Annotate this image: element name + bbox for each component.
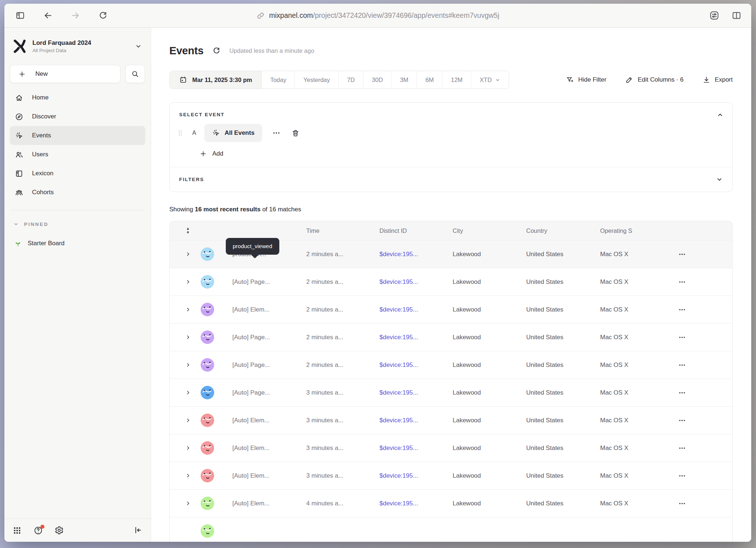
preset-7d[interactable]: 7D <box>338 71 363 89</box>
distinct-id-link[interactable]: $device:195... <box>379 334 453 341</box>
event-selector-pill[interactable]: All Events <box>204 124 262 142</box>
pinned-section-header[interactable]: PINNED <box>4 210 151 227</box>
preset-3m[interactable]: 3M <box>391 71 417 89</box>
expand-row-chevron-icon[interactable] <box>179 334 197 340</box>
expand-row-chevron-icon[interactable] <box>179 501 197 506</box>
preset-yesterday[interactable]: Yesterday <box>295 71 338 89</box>
column-header-country[interactable]: Country <box>526 227 600 234</box>
distinct-id-link[interactable]: $device:195... <box>379 500 453 507</box>
settings-gear-icon[interactable] <box>55 526 64 535</box>
filters-section-header[interactable]: FILTERS <box>170 167 732 192</box>
expand-row-chevron-icon[interactable] <box>179 445 197 451</box>
edit-columns-button[interactable]: Edit Columns · 6 <box>625 76 684 84</box>
project-switcher[interactable]: Lord Farquaad 2024 All Project Data <box>4 28 151 54</box>
expand-row-chevron-icon[interactable] <box>179 418 197 423</box>
sidebar: Lord Farquaad 2024 All Project Data New … <box>4 28 151 542</box>
column-header-os[interactable]: Operating S <box>600 227 678 234</box>
trash-icon[interactable] <box>291 129 300 137</box>
row-more-button[interactable] <box>678 416 732 424</box>
table-row[interactable]: [Auto] Elem... 3 minutes a... $device:19… <box>170 434 732 462</box>
table-row[interactable]: [Auto] Page... 2 minutes a... $device:19… <box>170 323 732 351</box>
drag-handle-icon[interactable] <box>176 129 184 137</box>
preset-6m[interactable]: 6M <box>417 71 442 89</box>
row-more-button[interactable] <box>678 389 732 397</box>
country-value: United States <box>526 472 600 480</box>
table-row[interactable] <box>170 517 732 542</box>
query-builder-card: SELECT EVENT A All Events Add <box>169 102 733 192</box>
distinct-id-link[interactable]: $device:195... <box>379 445 453 452</box>
sidebar-item-cohorts[interactable]: Cohorts <box>10 183 145 202</box>
event-time: 2 minutes a... <box>306 306 379 313</box>
page-settings-icon[interactable] <box>709 10 720 21</box>
add-event-button[interactable]: Add <box>170 142 732 167</box>
reload-icon[interactable] <box>97 9 109 22</box>
table-row[interactable]: [Auto] Page... 2 minutes a... $device:19… <box>170 351 732 379</box>
table-row[interactable]: [Auto] Elem... 3 minutes a... $device:19… <box>170 462 732 489</box>
more-options-icon[interactable] <box>272 129 281 137</box>
row-more-button[interactable] <box>678 333 732 341</box>
page-title: Events <box>169 45 204 57</box>
sidebar-item-users[interactable]: Users <box>10 145 145 164</box>
expand-row-chevron-icon[interactable] <box>179 279 197 285</box>
preset-12m[interactable]: 12M <box>442 71 471 89</box>
table-row[interactable]: [Auto] Elem... 2 minutes a... $device:19… <box>170 295 732 323</box>
split-view-icon[interactable] <box>731 10 742 21</box>
sidebar-item-home[interactable]: Home <box>10 88 145 107</box>
pinned-item-starter-board[interactable]: Starter Board <box>4 227 151 247</box>
cursor-sparkle-icon <box>15 132 23 140</box>
column-header-distinct-id[interactable]: Distinct ID <box>379 227 453 234</box>
preset-30d[interactable]: 30D <box>363 71 391 89</box>
back-icon[interactable] <box>42 9 54 22</box>
expand-row-chevron-icon[interactable] <box>179 390 197 395</box>
preset-today[interactable]: Today <box>261 71 295 89</box>
collapse-sidebar-icon[interactable] <box>133 526 143 535</box>
date-range-selected[interactable]: Mar 11, 2025 3:30 pm <box>170 71 261 89</box>
distinct-id-link[interactable]: $device:195... <box>379 306 453 313</box>
table-row[interactable]: [Auto] Page... 3 minutes a... $device:19… <box>170 379 732 406</box>
expand-row-chevron-icon[interactable] <box>179 251 197 257</box>
row-more-button[interactable] <box>678 278 732 286</box>
os-value: Mac OS X <box>600 472 678 480</box>
distinct-id-link[interactable]: $device:195... <box>379 361 453 369</box>
hide-filter-button[interactable]: Hide Filter <box>566 76 606 84</box>
preset-xtd[interactable]: XTD <box>471 71 509 89</box>
column-header-time[interactable]: Time <box>306 227 379 234</box>
row-more-button[interactable] <box>678 361 732 369</box>
export-button[interactable]: Export <box>702 76 733 84</box>
table-row[interactable]: [Auto] Page... 2 minutes a... $device:19… <box>170 268 732 295</box>
sidebar-toggle-icon[interactable] <box>14 9 26 22</box>
os-value: Mac OS X <box>600 389 678 396</box>
distinct-id-link[interactable]: $device:195... <box>379 417 453 424</box>
search-button[interactable] <box>125 65 145 83</box>
row-more-button[interactable] <box>678 250 732 258</box>
table-row[interactable]: [Auto] Elem... 4 minutes a... $device:19… <box>170 489 732 517</box>
people-group-icon <box>15 188 23 197</box>
distinct-id-link[interactable]: $device:195... <box>379 278 453 286</box>
apps-grid-icon[interactable] <box>12 526 22 535</box>
collapse-section-icon[interactable] <box>717 111 724 118</box>
new-button[interactable]: New <box>10 65 121 83</box>
sidebar-item-lexicon[interactable]: Lexicon <box>10 164 145 183</box>
table-row[interactable]: [Auto] Elem... 3 minutes a... $device:19… <box>170 406 732 434</box>
city-value: Lakewood <box>453 417 526 424</box>
event-pill-label: All Events <box>225 129 255 137</box>
expand-row-chevron-icon[interactable] <box>179 307 197 312</box>
column-header-city[interactable]: City <box>453 227 526 234</box>
event-name: [Auto] Page... <box>218 389 306 396</box>
row-more-button[interactable] <box>678 444 732 452</box>
distinct-id-link[interactable]: $device:195... <box>379 389 453 396</box>
refresh-icon[interactable] <box>212 47 221 55</box>
os-value: Mac OS X <box>600 417 678 424</box>
distinct-id-link[interactable]: $device:195... <box>379 472 453 480</box>
help-icon[interactable] <box>34 526 43 535</box>
address-bar[interactable]: mixpanel.com/project/3472420/view/397469… <box>256 11 499 20</box>
expand-row-chevron-icon[interactable] <box>179 473 197 478</box>
row-more-button[interactable] <box>678 472 732 480</box>
collapse-all-rows-button[interactable] <box>179 227 197 234</box>
row-more-button[interactable] <box>678 306 732 314</box>
expand-row-chevron-icon[interactable] <box>179 362 197 368</box>
sidebar-item-discover[interactable]: Discover <box>10 107 145 126</box>
distinct-id-link[interactable]: $device:195... <box>379 251 453 258</box>
row-more-button[interactable] <box>678 500 732 508</box>
sidebar-item-events[interactable]: Events <box>10 126 145 145</box>
